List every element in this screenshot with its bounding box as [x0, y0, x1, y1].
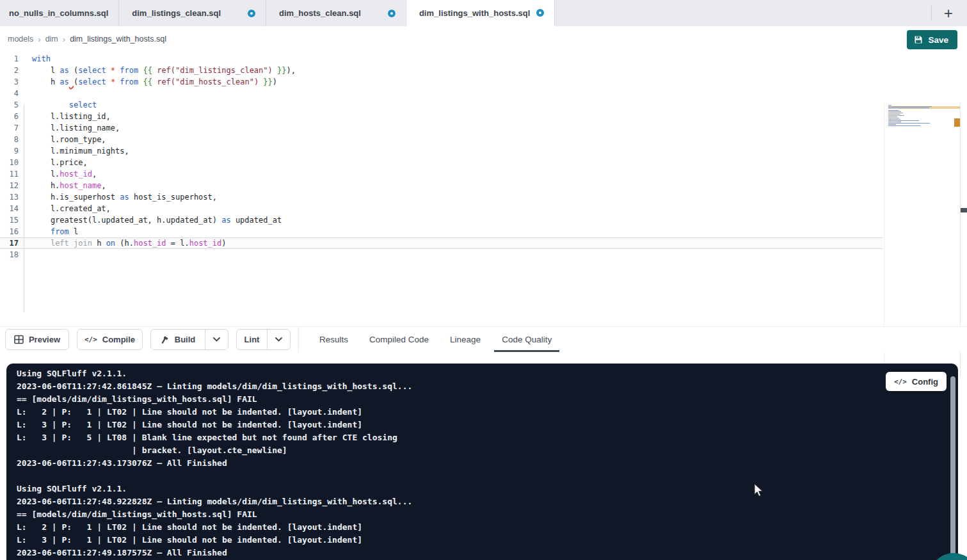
breadcrumb-models[interactable]: models — [8, 35, 33, 44]
line-number: 8 — [0, 134, 19, 145]
tab-no-nulls-in-columns[interactable]: no_nulls_in_columns.sql — [0, 0, 119, 26]
preview-button[interactable]: Preview — [5, 329, 69, 350]
terminal-line: == [models/dim/dim_listings_with_hosts.s… — [17, 508, 412, 521]
terminal-line: L: 3 | P: 1 | LT02 | Line should not be … — [17, 419, 412, 431]
unsaved-changes-dot — [536, 9, 544, 17]
file-tab-bar: no_nulls_in_columns.sql dim_listings_cle… — [0, 0, 967, 26]
new-tab-separator — [931, 5, 932, 21]
lint-output-terminal[interactable]: Using SQLFluff v2.1.1.2023-06-06T11:27:4… — [6, 364, 958, 560]
config-button[interactable]: </> Config — [886, 372, 947, 391]
tab-code-quality[interactable]: Code Quality — [502, 335, 552, 344]
code-text: with — [32, 53, 51, 65]
breadcrumb: models › dim › dim_listings_with_hosts.s… — [8, 27, 166, 51]
editor-action-toolbar: Preview </> Compile Build Lint Results — [0, 326, 967, 352]
code-line-18[interactable]: 18 — [0, 249, 883, 260]
build-button[interactable]: Build — [151, 330, 205, 349]
lint-button[interactable]: Lint — [237, 330, 267, 349]
code-line-2[interactable]: 2 l as (select * from {{ ref("dim_listin… — [0, 65, 883, 76]
code-line-13[interactable]: 13 h.is_superhost as host_is_superhost, — [0, 191, 883, 203]
tab-lineage[interactable]: Lineage — [450, 335, 481, 344]
line-number: 4 — [0, 88, 19, 99]
code-line-14[interactable]: 14 l.created_at, — [0, 203, 883, 214]
terminal-line: 2023-06-06T11:27:49.187575Z — All Finish… — [17, 547, 412, 559]
overview-ruler-warning-marker — [954, 118, 960, 127]
terminal-line: L: 3 | P: 5 | LT08 | Blank line expected… — [17, 431, 412, 444]
tab-dim-hosts-clean[interactable]: dim_hosts_clean.sql — [266, 0, 406, 26]
line-number: 15 — [0, 214, 19, 226]
line-number: 3 — [0, 76, 19, 88]
terminal-line — [17, 470, 412, 483]
code-text: l.minimum_nights, — [32, 145, 129, 157]
breadcrumb-current-file: dim_listings_with_hosts.sql — [70, 35, 166, 44]
chevron-right-icon: › — [63, 35, 65, 44]
code-text: l as (select * from {{ ref("dim_listings… — [32, 65, 296, 76]
code-line-16[interactable]: 16 from l — [0, 226, 883, 237]
code-text: left join h on (h.host_id = l.host_id) — [32, 237, 227, 249]
terminal-line: Using SQLFluff v2.1.1. — [17, 483, 412, 495]
tab-label: dim_hosts_clean.sql — [279, 8, 361, 18]
line-number: 11 — [0, 168, 19, 180]
unsaved-changes-dot — [388, 10, 396, 17]
build-label: Build — [175, 335, 196, 344]
code-line-12[interactable]: 12 h.host_name, — [0, 180, 883, 191]
terminal-scrollbar-thumb[interactable] — [950, 376, 955, 560]
tab-results[interactable]: Results — [319, 335, 348, 344]
floppy-disk-icon — [914, 35, 923, 44]
code-text: select — [32, 99, 97, 111]
code-line-8[interactable]: 8 l.room_type, — [0, 134, 883, 145]
code-line-3[interactable]: 3 h as (select * from {{ ref("dim_hosts_… — [0, 76, 883, 88]
preview-label: Preview — [29, 335, 60, 344]
code-text: l.created_at, — [32, 203, 111, 214]
code-line-6[interactable]: 6 l.listing_id, — [0, 111, 883, 122]
code-line-4[interactable]: 4 — [0, 88, 883, 99]
code-line-15[interactable]: 15 greatest(l.updated_at, h.updated_at) … — [0, 214, 883, 226]
code-line-17[interactable]: 17 left join h on (h.host_id = l.host_id… — [0, 237, 883, 249]
sql-code-editor[interactable]: 1with2 l as (select * from {{ ref("dim_l… — [0, 51, 967, 326]
line-number: 16 — [0, 226, 19, 237]
build-dropdown-button[interactable] — [205, 330, 228, 349]
lint-dropdown-button[interactable] — [267, 330, 290, 349]
new-tab-button[interactable]: + — [937, 4, 960, 22]
code-line-7[interactable]: 7 l.listing_name, — [0, 122, 883, 134]
line-number: 7 — [0, 122, 19, 134]
code-minimap[interactable] — [888, 105, 936, 131]
code-line-9[interactable]: 9 l.minimum_nights, — [0, 145, 883, 157]
code-line-1[interactable]: 1with — [0, 53, 883, 65]
save-button[interactable]: Save — [907, 30, 957, 49]
tab-compiled-code[interactable]: Compiled Code — [369, 335, 429, 344]
code-text: l.room_type, — [32, 134, 106, 145]
hammer-icon — [161, 335, 170, 344]
line-number: 9 — [0, 145, 19, 157]
tab-bar-empty-space — [555, 0, 967, 26]
editor-scrollbar-thumb[interactable] — [961, 208, 967, 212]
code-text: l.listing_id, — [32, 111, 111, 122]
line-number: 6 — [0, 111, 19, 122]
tab-label: no_nulls_in_columns.sql — [9, 8, 108, 18]
code-text: h.is_superhost as host_is_superhost, — [32, 191, 217, 203]
line-number: 17 — [0, 237, 19, 249]
breadcrumb-row: models › dim › dim_listings_with_hosts.s… — [0, 27, 967, 51]
code-line-5[interactable]: 5 select — [0, 99, 883, 111]
gutter-separator — [24, 104, 24, 312]
chevron-down-icon — [213, 337, 220, 342]
lint-label: Lint — [244, 335, 260, 344]
breadcrumb-dim[interactable]: dim — [45, 35, 58, 44]
toolbar-separator — [298, 327, 299, 353]
terminal-line: 2023-06-06T11:27:43.173076Z — All Finish… — [17, 457, 412, 470]
code-line-11[interactable]: 11 l.host_id, — [0, 168, 883, 180]
line-number: 10 — [0, 157, 19, 168]
grid-icon — [14, 335, 24, 344]
terminal-line: 2023-06-06T11:27:48.922828Z — Linting mo… — [17, 495, 412, 508]
tab-label: dim_listings_clean.sql — [132, 8, 221, 18]
terminal-output: Using SQLFluff v2.1.1.2023-06-06T11:27:4… — [17, 367, 412, 559]
build-split-button: Build — [150, 329, 228, 350]
code-text: from l — [32, 226, 78, 237]
terminal-line: L: 3 | P: 1 | LT02 | Line should not be … — [17, 534, 412, 547]
compile-button[interactable]: </> Compile — [77, 329, 143, 350]
tab-dim-listings-with-hosts[interactable]: dim_listings_with_hosts.sql — [406, 0, 555, 26]
tab-dim-listings-clean[interactable]: dim_listings_clean.sql — [119, 0, 266, 26]
code-text: l.listing_name, — [32, 122, 120, 134]
terminal-line: == [models/dim/dim_listings_with_hosts.s… — [17, 393, 412, 406]
code-line-10[interactable]: 10 l.price, — [0, 157, 883, 168]
line-number: 18 — [0, 249, 19, 260]
